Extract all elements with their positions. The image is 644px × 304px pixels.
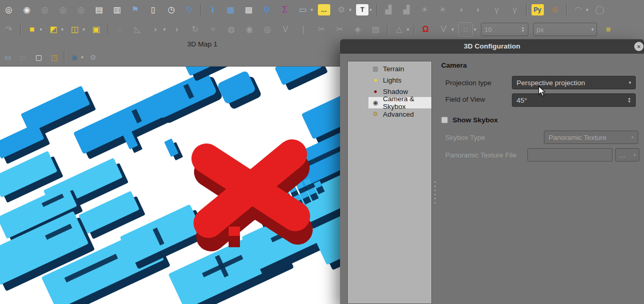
processing-toolbox-icon[interactable]: ⚙	[260, 3, 273, 17]
increase-gamma-icon: γ	[490, 3, 504, 17]
dropdown-caret-icon: ▾	[407, 27, 409, 32]
camera-effects-eye-icon[interactable]: ◉	[69, 52, 80, 63]
skybox-type-combobox: Panoramic Texture ▾	[544, 131, 638, 144]
select-features-icon[interactable]: ■	[25, 23, 39, 36]
spin-arrows-icon[interactable]: ▲▼	[627, 97, 631, 104]
toolbar-separator	[414, 24, 414, 35]
sidebar-item-terrain[interactable]: ▦Terrain	[368, 63, 431, 74]
zoom-icon-group: ◎	[2, 3, 15, 17]
show-skybox-checkbox[interactable]	[441, 117, 448, 123]
simplify-feature-icon: ≈	[206, 23, 220, 36]
dropdown-caret-icon: ▾	[586, 7, 589, 12]
rotate-feature-icon-group: ↻	[188, 23, 202, 36]
dialog-titlebar[interactable]: 3D Configuration ✕	[340, 39, 644, 54]
deselect-features-icon-group: ◫▾	[68, 23, 85, 36]
new-layout-icon[interactable]: ▤	[92, 3, 106, 17]
red-box	[229, 227, 240, 247]
identify-features-icon[interactable]: ℹ	[206, 3, 219, 17]
select-features-by-polygon-icon[interactable]: ◩	[47, 23, 60, 36]
field-calculator-icon-group: ▩	[242, 3, 255, 17]
select-by-location-icon-group: ▣	[90, 23, 103, 36]
dropdown-caret-icon[interactable]: ▾	[40, 27, 42, 32]
deselect-features-icon[interactable]: ◫	[68, 23, 82, 36]
select-by-location-icon[interactable]: ▣	[90, 23, 103, 36]
merge-features-icon: ◈	[351, 23, 364, 36]
refresh-icon[interactable]: ↻	[183, 3, 196, 17]
advanced-digitizing-icon: ◺	[131, 23, 144, 36]
move-feature-icon-group: ◗▾	[149, 23, 166, 36]
sidebar-item-camera-skybox[interactable]: ◉Camera & Skybox	[368, 97, 431, 108]
main-toolbar-row-1: ◎◉◎◎◎▤▥⚑▯◷↻ℹ▦▩⚙Σ▭▾…⚙▾T▾▟▟☀☀◑◐γγPy☺◠▾◯	[0, 0, 644, 20]
snapping-icon[interactable]: Ω	[419, 23, 432, 36]
save-image-icon[interactable]: ▢	[33, 52, 44, 63]
camera-section-heading: Camera	[441, 61, 467, 69]
digitize-curve-icon-group: ◠▾	[572, 3, 589, 17]
export-3d-scene-icon-group: ◳	[49, 52, 60, 63]
projection-type-combobox[interactable]: Perspective projection ▾	[512, 76, 636, 89]
animation-play-icon[interactable]: ▷	[18, 52, 29, 63]
skybox-type-label: Skybox Type	[445, 134, 485, 141]
save-image-icon-group: ▢	[33, 52, 44, 63]
simplify-feature-icon-group: ≈	[206, 23, 220, 36]
redo-icon-group: ↷	[2, 23, 15, 36]
map-tips-icon[interactable]: …	[318, 4, 330, 15]
copy-move-feature-icon: ◗	[170, 23, 184, 36]
digitizing-toolbar-row-2: ↷■▾◩▾◫▾▣◌◺◗▾◗↻≈◍◉◎V∣✂✂◈▤△▾ΩV▾∷▾10▲▼px▾■	[0, 20, 644, 39]
python-console-icon-group: Py	[532, 4, 544, 15]
show-bookmarks-icon[interactable]: ▯	[147, 3, 160, 17]
field-of-view-spinbox[interactable]: 45° ▲▼	[512, 93, 636, 107]
configure-wrench-icon[interactable]: ⚙	[88, 52, 99, 63]
run-feature-action-icon-group: ⚙▾	[335, 3, 352, 17]
measure-icon-group: ▭▾	[296, 3, 313, 17]
splitter-handle[interactable]	[433, 182, 437, 210]
zoom-to-layer-icon[interactable]: ◉	[20, 3, 34, 17]
snapping-icon-group: Ω	[419, 23, 432, 36]
sidebar-item-label: Terrain	[383, 65, 404, 73]
toolbar-separator	[108, 24, 108, 35]
select-features-icon-group: ■▾	[25, 23, 42, 36]
new-bookmark-icon[interactable]: ⚑	[128, 3, 142, 17]
dropdown-caret-icon[interactable]: ▾	[311, 7, 313, 12]
sidebar-item-lights[interactable]: ●Lights	[368, 74, 431, 86]
snapping-units-select: px▾	[533, 23, 597, 36]
dropdown-caret-icon: ▾	[474, 27, 476, 32]
metasearch-icon[interactable]: ☺	[549, 3, 562, 17]
dropdown-caret-icon: ▾	[349, 7, 352, 12]
attribute-table-icon[interactable]: ▦	[224, 3, 237, 17]
dropdown-caret-icon[interactable]: ▾	[83, 27, 85, 32]
field-calculator-icon[interactable]: ▩	[242, 3, 255, 17]
reshape-features-icon-group: V	[279, 23, 292, 36]
terrain-icon: ▦	[371, 65, 380, 72]
lights-icon: ●	[371, 76, 380, 84]
spin-arrows-icon: ▲▼	[521, 26, 525, 33]
settings-category-list: ▦Terrain●Lights●Shadow◉Camera & Skybox⚙A…	[347, 61, 432, 304]
browse-ellipsis: …	[619, 151, 626, 159]
local-histogram-stretch-icon-group: ▟	[382, 3, 395, 17]
dropdown-caret-icon[interactable]: ▾	[81, 55, 84, 60]
increase-brightness-icon: ☀	[418, 3, 431, 17]
zoom-icon[interactable]: ◎	[2, 3, 15, 17]
layout-manager-icon[interactable]: ▥	[110, 3, 124, 17]
chevron-down-icon: ▾	[591, 28, 593, 31]
chevron-down-icon: ▾	[633, 152, 636, 157]
camera-icon: ◉	[371, 99, 380, 106]
3d-viewport-canvas[interactable]	[0, 66, 341, 304]
export-3d-scene-icon[interactable]: ◳	[49, 52, 60, 63]
zoom-next-icon: ◎	[74, 3, 88, 17]
statistics-icon[interactable]: Σ	[278, 3, 292, 17]
topological-editing-icon: ∷	[458, 22, 473, 37]
measure-line-3d-icon-group: ▭	[2, 52, 13, 63]
zoom-next-icon-group: ◎	[74, 3, 88, 17]
sidebar-item-label: Camera & Skybox	[383, 95, 431, 110]
dropdown-caret-icon[interactable]: ▾	[61, 27, 64, 32]
temporal-controller-icon[interactable]: ◷	[165, 3, 178, 17]
python-console-icon[interactable]: Py	[532, 4, 544, 15]
split-features-icon-group: ✂	[315, 23, 328, 36]
offset-curve-icon-group: ∣	[297, 23, 310, 36]
measure-line-3d-icon[interactable]: ▭	[2, 52, 13, 63]
close-icon[interactable]: ✕	[634, 42, 643, 51]
text-annotation-icon[interactable]: T	[356, 4, 368, 15]
vertex-tool-icon-group: △▾	[392, 23, 409, 36]
dropdown-caret-icon[interactable]: ▾	[369, 7, 372, 12]
measure-icon[interactable]: ▭	[296, 3, 310, 17]
